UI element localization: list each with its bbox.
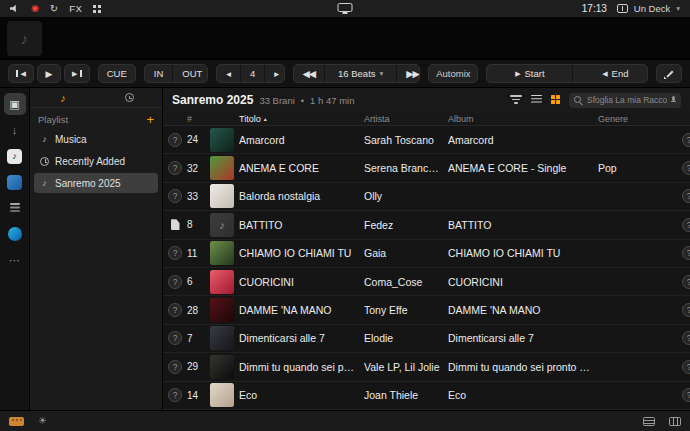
queue-list-icon[interactable] bbox=[643, 417, 655, 426]
col-artist[interactable]: Artista bbox=[364, 114, 448, 124]
track-number: 11 bbox=[187, 248, 207, 259]
search-input[interactable] bbox=[587, 95, 667, 105]
search-field[interactable] bbox=[569, 93, 681, 108]
analyze-status-icon: ? bbox=[168, 331, 182, 345]
analyze-status-icon: ? bbox=[682, 189, 690, 203]
source-rail: ▣ ↓ ♪ ⋯ bbox=[0, 88, 30, 410]
next-track-button[interactable]: ▶ bbox=[64, 64, 90, 83]
track-number: 7 bbox=[187, 333, 207, 344]
track-album: Eco bbox=[448, 389, 598, 401]
tab-history[interactable] bbox=[96, 88, 162, 107]
music-note-icon: ♪ bbox=[60, 92, 66, 104]
track-number: 6 bbox=[187, 276, 207, 287]
deck-mode-label[interactable]: Un Deck bbox=[634, 3, 670, 14]
library-header: Sanremo 2025 33 Brani • 1 h 47 min bbox=[163, 88, 690, 112]
track-number: 32 bbox=[187, 163, 207, 174]
col-genre[interactable]: Genere bbox=[598, 114, 672, 124]
sidebar-item-sanremo-2025[interactable]: ♪ Sanremo 2025 bbox=[34, 173, 158, 193]
grid-view-button[interactable] bbox=[551, 94, 560, 106]
automix-end-button[interactable]: ◀End bbox=[572, 65, 647, 82]
rail-samples-button[interactable] bbox=[4, 197, 26, 219]
table-row[interactable]: ? 29 Dimmi tu quando sei pronto per ... … bbox=[163, 353, 690, 381]
grid-menu-icon[interactable] bbox=[93, 5, 101, 13]
skip-forward-beats-button[interactable]: ▶▶ bbox=[396, 65, 420, 82]
panel-tabs: ♪ bbox=[30, 88, 162, 108]
fx-menu[interactable]: FX bbox=[69, 3, 82, 14]
rail-library-button[interactable]: ▣ bbox=[4, 93, 26, 115]
col-number[interactable]: # bbox=[187, 114, 207, 124]
header-tools bbox=[510, 93, 681, 108]
table-row[interactable]: ? 33 Balorda nostalgia Olly ? bbox=[163, 183, 690, 211]
rail-more-button[interactable]: ⋯ bbox=[4, 249, 26, 271]
loop-increase-button[interactable]: ▸ bbox=[264, 65, 284, 82]
sidebar-item-recently-added[interactable]: Recently Added bbox=[34, 151, 158, 171]
table-row[interactable]: 8 ♪ BATTITO Fedez BATTITO ? bbox=[163, 211, 690, 239]
track-title: Dimenticarsi alle 7 bbox=[239, 332, 364, 344]
playlist-label: Sanremo 2025 bbox=[55, 178, 121, 189]
cue-button[interactable]: CUE bbox=[98, 64, 136, 83]
video-source-icon bbox=[7, 175, 22, 190]
deck-area: ♪ bbox=[0, 17, 690, 59]
loop-icon[interactable]: ↻ bbox=[50, 4, 58, 14]
track-album: Dimmi tu quando sei pronto per fare l'..… bbox=[448, 361, 598, 373]
table-row[interactable]: ? 24 Amarcord Sarah Toscano Amarcord ? bbox=[163, 126, 690, 154]
beats-dropdown[interactable]: 16 Beats▾ bbox=[324, 65, 396, 82]
edit-button[interactable] bbox=[656, 64, 682, 83]
play-button[interactable]: ▶ bbox=[37, 64, 61, 83]
table-row[interactable]: ? 7 Dimenticarsi alle 7 Elodie Dimentica… bbox=[163, 325, 690, 353]
table-row[interactable]: ? 11 CHIAMO IO CHIAMI TU Gaia CHIAMO IO … bbox=[163, 240, 690, 268]
previous-track-button[interactable]: ◀ bbox=[8, 64, 34, 83]
skip-back-beats-button[interactable]: ◀◀ bbox=[294, 65, 325, 82]
automix-start-button[interactable]: ▶Start bbox=[487, 65, 572, 82]
loop-out-button[interactable]: OUT bbox=[172, 65, 208, 82]
add-playlist-button[interactable]: + bbox=[146, 115, 154, 125]
table-row[interactable]: ? 32 ANEMA E CORE Serena Brancale ANEMA … bbox=[163, 154, 690, 182]
display-icon[interactable] bbox=[338, 3, 353, 12]
track-artist: Serena Brancale bbox=[364, 162, 448, 174]
table-row[interactable]: ? 14 Eco Joan Thiele Eco ? bbox=[163, 382, 690, 410]
loop-in-button[interactable]: IN bbox=[145, 65, 173, 82]
col-title[interactable]: Titolo▴ bbox=[239, 114, 364, 124]
rail-downloads-button[interactable]: ↓ bbox=[4, 119, 26, 141]
filter-icon[interactable] bbox=[510, 95, 522, 105]
chevron-down-icon[interactable]: ▾ bbox=[676, 5, 680, 13]
track-number: 24 bbox=[187, 134, 207, 145]
track-artist: Sarah Toscano bbox=[364, 134, 448, 146]
track-title: CHIAMO IO CHIAMI TU bbox=[239, 247, 364, 259]
columns-view-icon[interactable] bbox=[669, 417, 681, 426]
grid-icon bbox=[551, 95, 560, 104]
rail-streaming-button[interactable] bbox=[4, 223, 26, 245]
midi-controller-icon[interactable] bbox=[9, 417, 24, 426]
table-row[interactable]: ? 6 CUORICINI Coma_Cose CUORICINI ? bbox=[163, 268, 690, 296]
track-artist: Fedez bbox=[364, 219, 448, 231]
sidebar-item-musica[interactable]: ♪ Musica bbox=[34, 129, 158, 149]
rail-music-app-button[interactable]: ♪ bbox=[4, 145, 26, 167]
record-icon[interactable]: ◉ bbox=[31, 4, 39, 13]
deck-layout-icon[interactable] bbox=[617, 4, 628, 13]
playlist-label: Recently Added bbox=[55, 156, 125, 167]
analyze-status-icon: ? bbox=[682, 331, 690, 345]
rail-videos-button[interactable] bbox=[4, 171, 26, 193]
tab-playlists[interactable]: ♪ bbox=[30, 88, 96, 107]
volume-icon[interactable] bbox=[10, 5, 20, 13]
triangle-right-icon: ▶ bbox=[72, 70, 77, 77]
triangle-left-icon: ◀ bbox=[602, 70, 607, 77]
loop-decrease-button[interactable]: ◂ bbox=[217, 65, 240, 82]
analyze-status-icon: ? bbox=[168, 161, 182, 175]
play-icon: ▶ bbox=[45, 69, 52, 79]
track-artist: Gaia bbox=[364, 247, 448, 259]
table-row[interactable]: ? 28 DAMME 'NA MANO Tony Effe DAMME 'NA … bbox=[163, 296, 690, 324]
loop-length-stepper: ◂ 4 ▸ bbox=[216, 64, 284, 83]
track-title: Amarcord bbox=[239, 134, 364, 146]
track-title: DAMME 'NA MANO bbox=[239, 304, 364, 316]
list-view-button[interactable] bbox=[531, 94, 542, 106]
brightness-icon[interactable]: ☀ bbox=[38, 416, 47, 426]
analyze-status-icon: ? bbox=[168, 303, 182, 317]
track-album: Dimenticarsi alle 7 bbox=[448, 332, 598, 344]
track-title: ANEMA E CORE bbox=[239, 162, 364, 174]
col-album[interactable]: Album bbox=[448, 114, 598, 124]
menubar-right: 17:13 Un Deck ▾ bbox=[582, 3, 680, 14]
mic-icon[interactable] bbox=[671, 96, 676, 104]
analyze-status-icon: ? bbox=[682, 360, 690, 374]
automix-button[interactable]: Automix bbox=[428, 64, 478, 83]
